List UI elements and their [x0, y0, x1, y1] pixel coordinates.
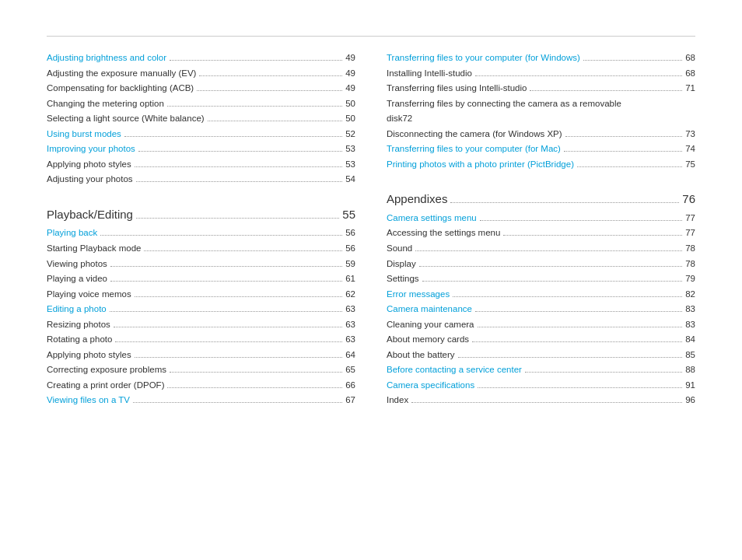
toc-dots: [100, 235, 342, 236]
toc-entry: Sound78: [387, 241, 695, 257]
toc-entry: Selecting a light source (White balance)…: [47, 111, 355, 127]
toc-dots: [478, 387, 682, 388]
toc-page: 96: [685, 393, 695, 408]
toc-dots: [480, 220, 683, 221]
toc-page: 83: [685, 302, 695, 317]
toc-text: Error messages: [387, 287, 450, 303]
toc-dots: [525, 372, 682, 373]
toc-entry: Rotating a photo63: [47, 332, 355, 348]
toc-dots: [110, 311, 342, 312]
toc-page: 68: [685, 51, 695, 66]
toc-entry: Playing a video61: [47, 271, 355, 287]
toc-page: 72: [402, 111, 412, 127]
toc-text: Changing the metering option: [47, 96, 164, 112]
toc-text: Disconnecting the camera (for Windows XP…: [387, 127, 562, 142]
toc-entry: Camera maintenance83: [387, 302, 695, 317]
header: [47, 31, 695, 37]
toc-text: Viewing photos: [47, 257, 107, 272]
section-heading: Appendixes76: [387, 189, 695, 209]
toc-dots: [197, 90, 342, 91]
toc-dots: [458, 357, 683, 358]
toc-entry: Correcting exposure problems65: [47, 362, 355, 378]
toc-dots: [199, 75, 342, 76]
toc-text: Adjusting the exposure manually (EV): [47, 66, 196, 82]
toc-text: About memory cards: [387, 332, 469, 348]
toc-page: 49: [345, 51, 355, 66]
toc-page: 52: [345, 127, 355, 142]
right-column: Transferring files to your computer (for…: [387, 51, 695, 408]
toc-dots: [124, 136, 342, 137]
toc-entry: Resizing photos63: [47, 317, 355, 333]
toc-dots: [144, 250, 342, 251]
toc-text: Settings: [387, 271, 419, 287]
toc-page: 55: [342, 205, 355, 225]
toc-dots: [208, 121, 343, 121]
toc-entry: Applying photo styles53: [47, 157, 355, 173]
toc-page: 83: [685, 317, 695, 333]
toc-text: Transferring files to your computer (for…: [387, 51, 580, 66]
toc-page: 77: [685, 226, 695, 241]
toc-entry: Adjusting brightness and color49: [47, 51, 355, 66]
toc-text: Before contacting a service center: [387, 362, 522, 378]
toc-page: 88: [685, 362, 695, 378]
toc-page: 62: [345, 287, 355, 303]
toc-page: 74: [685, 142, 695, 157]
toc-entry: About memory cards84: [387, 332, 695, 348]
toc-page: 50: [345, 96, 355, 112]
toc-dots: [453, 296, 682, 297]
toc-entry: Camera specifications91: [387, 378, 695, 394]
toc-entry: Transferring files by connecting the cam…: [387, 96, 695, 127]
toc-page: 56: [345, 241, 355, 257]
toc-entry: Applying photo styles64: [47, 348, 355, 363]
toc-dots: [136, 181, 343, 182]
toc-entry: Transferring files to your computer (for…: [387, 142, 695, 157]
toc-entry: Adjusting the exposure manually (EV)49: [47, 66, 355, 82]
toc-page: 61: [345, 271, 355, 287]
toc-text: Camera specifications: [387, 378, 474, 394]
toc-page: 64: [345, 348, 355, 363]
toc-page: 49: [345, 81, 355, 96]
toc-text: Playing back: [47, 226, 97, 241]
toc-dots: [564, 151, 682, 152]
toc-text: Cleaning your camera: [387, 317, 474, 333]
toc-entry: Viewing photos59: [47, 257, 355, 272]
toc-entry: Improving your photos53: [47, 142, 355, 157]
toc-dots: [136, 218, 339, 219]
toc-dots: [411, 402, 682, 403]
toc-entry: Error messages82: [387, 287, 695, 303]
toc-page: 71: [685, 81, 695, 96]
toc-page: 78: [685, 241, 695, 257]
toc-text: Applying photo styles: [47, 348, 131, 363]
toc-entry: Index96: [387, 393, 695, 408]
toc-text: Applying photo styles: [47, 157, 131, 173]
toc-entry: Viewing files on a TV67: [47, 393, 355, 408]
toc-text: Adjusting brightness and color: [47, 51, 166, 66]
toc-dots: [577, 166, 682, 167]
toc-text: Selecting a light source (White balance): [47, 111, 205, 127]
toc-text: Correcting exposure problems: [47, 362, 166, 378]
toc-text: Improving your photos: [47, 142, 135, 157]
toc-page: 82: [685, 287, 695, 303]
section-heading-text: Playback/Editing: [47, 205, 133, 225]
toc-dots: [133, 402, 342, 403]
section-heading: Playback/Editing55: [47, 205, 355, 225]
toc-page: 84: [685, 332, 695, 348]
toc-text: Sound: [387, 241, 412, 257]
toc-entry: Playing back56: [47, 226, 355, 241]
toc-page: 73: [685, 127, 695, 142]
toc-entry: Settings79: [387, 271, 695, 287]
toc-entry: Starting Playback mode56: [47, 241, 355, 257]
toc-dots: [170, 372, 342, 373]
toc-dots: [565, 136, 683, 137]
toc-entry: Accessing the settings menu77: [387, 226, 695, 241]
toc-text: Playing a video: [47, 271, 107, 287]
toc-entry: Changing the metering option50: [47, 96, 355, 112]
toc-dots: [135, 166, 343, 167]
toc-text2: disk: [387, 111, 402, 127]
toc-entry: Creating a print order (DPOF)66: [47, 378, 355, 394]
toc-dots: [472, 341, 682, 342]
toc-dots: [478, 327, 683, 327]
toc-text: Using burst modes: [47, 127, 121, 142]
toc-text: Compensating for backlighting (ACB): [47, 81, 194, 96]
toc-entry: Editing a photo63: [47, 302, 355, 317]
